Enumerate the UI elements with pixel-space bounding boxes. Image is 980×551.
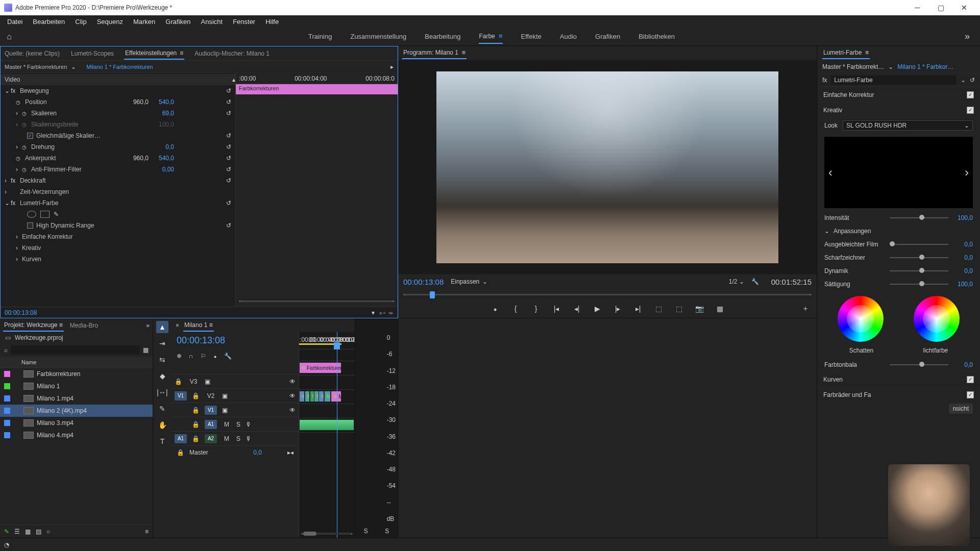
- ws-grafiken[interactable]: Grafiken: [595, 30, 620, 43]
- minimize-button[interactable]: ─: [905, 0, 929, 15]
- tab-projekt[interactable]: Projekt: Werkzeuge ≡: [3, 319, 64, 332]
- step-forward-button[interactable]: |▸: [612, 304, 623, 314]
- menu-fenster[interactable]: Fenster: [228, 16, 260, 28]
- checkbox-kurven[interactable]: ✓: [967, 376, 974, 383]
- target-a2[interactable]: A2: [205, 434, 217, 443]
- program-timecode[interactable]: 00:00:13:08: [403, 278, 444, 286]
- tab-sequence[interactable]: Milano 1 ≡: [183, 319, 214, 332]
- search-input[interactable]: [11, 345, 140, 355]
- project-item[interactable]: Farbkorrekturen: [0, 368, 153, 380]
- icon-view-icon[interactable]: ▦: [25, 528, 31, 535]
- effect-clip-bar[interactable]: Farbkorrekturen: [236, 84, 398, 94]
- tab-programm[interactable]: Programm: Milano 1 ≡: [402, 47, 467, 59]
- toggle-output-icon[interactable]: ▣: [205, 378, 210, 385]
- maximize-button[interactable]: ▢: [929, 0, 952, 15]
- effect-timecode[interactable]: 00:00:13:08: [5, 309, 37, 316]
- type-tool[interactable]: T: [156, 435, 168, 447]
- snap-icon[interactable]: ❄: [177, 353, 182, 360]
- ws-training[interactable]: Training: [308, 30, 332, 43]
- project-item[interactable]: Milano 1.mp4: [0, 392, 153, 405]
- mute-button[interactable]: M: [224, 421, 229, 428]
- highlight-color-wheel[interactable]: [914, 296, 960, 342]
- label-swatch[interactable]: [4, 432, 10, 438]
- wrench-icon[interactable]: 🔧: [224, 353, 232, 360]
- menu-sequenz[interactable]: Sequenz: [92, 16, 128, 28]
- export-frame-button[interactable]: 📷: [694, 304, 704, 314]
- timeline-clip[interactable]: fxFarbkorrekturen: [299, 362, 341, 373]
- project-item[interactable]: Milano 1: [0, 380, 153, 392]
- label-swatch[interactable]: [4, 408, 10, 414]
- overflow-icon[interactable]: »: [146, 322, 150, 329]
- pen-icon[interactable]: ✎: [4, 528, 9, 535]
- tab-quelle[interactable]: Quelle: (keine Clips): [4, 48, 61, 59]
- toggle-output-icon[interactable]: ▣: [222, 392, 228, 399]
- prev-look-button[interactable]: ‹: [828, 165, 832, 180]
- label-swatch[interactable]: [4, 420, 10, 426]
- razor-tool[interactable]: ◆: [156, 370, 168, 382]
- home-icon[interactable]: ⌂: [0, 32, 18, 41]
- reset-icon[interactable]: ↺: [226, 222, 231, 229]
- section-kurven[interactable]: Kurven✓: [817, 371, 980, 387]
- label-swatch[interactable]: [4, 383, 10, 389]
- tab-lumetri-scopes[interactable]: Lumetri-Scopes: [70, 48, 115, 59]
- ws-bibliotheken[interactable]: Bibliotheken: [639, 30, 675, 43]
- lock-icon[interactable]: 🔒: [192, 392, 200, 399]
- label-swatch[interactable]: [4, 371, 10, 377]
- target-v1[interactable]: V1: [205, 406, 217, 415]
- eye-icon[interactable]: 👁: [289, 407, 296, 414]
- ws-effekte[interactable]: Effekte: [521, 30, 542, 43]
- slip-tool[interactable]: |↔|: [156, 386, 168, 398]
- reset-icon[interactable]: ↺: [226, 132, 231, 139]
- slider-scharfzeichner[interactable]: [890, 257, 948, 258]
- prop-bewegung[interactable]: Bewegung: [20, 87, 49, 94]
- mask-ellipse-icon[interactable]: [27, 211, 36, 218]
- mask-rect-icon[interactable]: [40, 211, 50, 218]
- slider-ausgebleichter[interactable]: [890, 244, 948, 245]
- chevron-down-icon[interactable]: ⌄: [888, 63, 893, 70]
- wrench-icon[interactable]: 🔧: [751, 278, 759, 285]
- zoom-dropdown[interactable]: 1/2 ⌄: [729, 278, 744, 285]
- target-a1[interactable]: A1: [205, 420, 217, 429]
- voiceover-icon[interactable]: 🎙: [246, 421, 252, 428]
- ws-audio[interactable]: Audio: [560, 30, 577, 43]
- checkbox-kreativ[interactable]: ✓: [967, 107, 974, 114]
- ansicht-button[interactable]: nsicht: [949, 404, 973, 414]
- in-point-button[interactable]: {: [510, 304, 521, 314]
- chevron-down-icon[interactable]: ⌄: [71, 63, 76, 70]
- timeline-timecode[interactable]: 00:00:13:08: [177, 335, 225, 346]
- timeline-clip[interactable]: fxMilano 4.mp4: [331, 391, 341, 402]
- source-v1[interactable]: V1: [175, 391, 187, 400]
- ws-farbe[interactable]: Farbe ≡: [479, 29, 502, 44]
- close-tab-icon[interactable]: ×: [176, 322, 179, 329]
- menu-datei[interactable]: Datei: [2, 16, 28, 28]
- timeline-clip[interactable]: fxMila: [305, 391, 310, 402]
- extract-button[interactable]: ⬚: [674, 304, 684, 314]
- timeline-clip[interactable]: fxMilan: [299, 391, 305, 402]
- next-look-button[interactable]: ›: [965, 165, 969, 180]
- checkbox-einfache[interactable]: ✓: [967, 91, 974, 98]
- handle-right[interactable]: ◦: [393, 297, 395, 305]
- linked-selection-icon[interactable]: ∩: [189, 353, 193, 360]
- project-item[interactable]: Milano 3.mp4: [0, 417, 153, 429]
- eye-icon[interactable]: 👁: [289, 392, 296, 399]
- program-viewport[interactable]: [398, 60, 817, 274]
- lumetri-clip[interactable]: Milano 1 * Farbkor…: [897, 63, 953, 70]
- effect-timeline[interactable]: :00:0000:00:04:0000:00:08:0 Farbkorrektu…: [235, 73, 398, 307]
- project-item[interactable]: Milano 4.mp4: [0, 429, 153, 441]
- tab-lumetri-farbe[interactable]: Lumetri-Farbe ≡: [822, 47, 870, 59]
- track-select-tool[interactable]: ⇥: [156, 337, 168, 349]
- toggle-output-icon[interactable]: ▣: [222, 407, 228, 414]
- prop-deckkraft[interactable]: Deckkraft: [20, 177, 46, 184]
- timeline-clip[interactable]: fxMila: [324, 391, 331, 402]
- hand-tool[interactable]: ✋: [156, 419, 168, 431]
- tab-media-browser[interactable]: Media-Bro: [69, 320, 99, 331]
- slider-farbtonbalance[interactable]: [890, 364, 948, 365]
- source-a1[interactable]: A1: [175, 434, 187, 443]
- prop-kreativ[interactable]: Kreativ: [22, 244, 41, 252]
- chevron-down-icon[interactable]: ⌄: [961, 77, 966, 84]
- label-swatch[interactable]: [4, 395, 10, 402]
- out-point-button[interactable]: }: [531, 304, 541, 314]
- step-back-button[interactable]: ◂|: [572, 304, 582, 314]
- mute-button[interactable]: M: [224, 435, 229, 442]
- menu-marken[interactable]: Marken: [128, 16, 160, 28]
